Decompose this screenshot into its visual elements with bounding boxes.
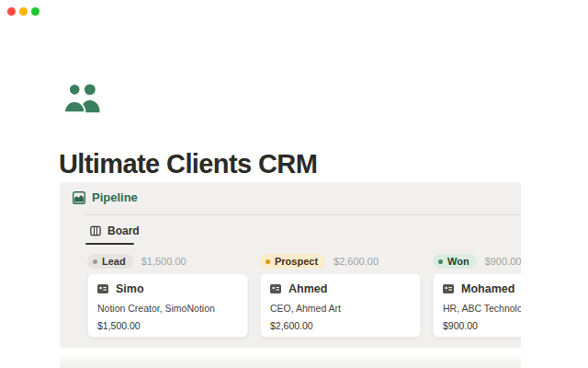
- status-label: Prospect: [275, 256, 318, 267]
- status-label: Lead: [102, 256, 126, 267]
- pipeline-section: Pipeline Board Lead $1,500.00: [60, 182, 521, 348]
- client-name: Simo: [116, 282, 144, 295]
- column-total: $2,600.00: [334, 256, 379, 267]
- board-columns: Lead $1,500.00 Simo Notio: [87, 253, 521, 338]
- client-role: HR, ABC Technology: [443, 303, 521, 314]
- board-column-prospect: Prospect $2,600.00 Ahmed: [260, 253, 421, 338]
- tab-board[interactable]: Board: [90, 224, 140, 237]
- column-header: Lead $1,500.00: [87, 253, 248, 270]
- client-role: Notion Creator, SimoNotion: [97, 303, 238, 314]
- window-controls: [7, 7, 40, 16]
- column-total: $900.00: [485, 256, 521, 267]
- column-header: Prospect $2,600.00: [260, 253, 421, 270]
- client-name: Ahmed: [288, 282, 327, 295]
- status-dot-icon: [266, 259, 270, 264]
- contact-card-icon: [97, 284, 108, 293]
- status-dot-icon: [438, 259, 443, 264]
- status-dot-icon: [93, 259, 97, 264]
- contact-card-icon: [443, 284, 454, 293]
- status-badge[interactable]: Won: [433, 254, 477, 269]
- board-column-lead: Lead $1,500.00 Simo Notio: [87, 253, 248, 338]
- status-label: Won: [447, 256, 469, 267]
- client-card[interactable]: Mohamed HR, ABC Technology $900.00: [433, 273, 521, 338]
- board-icon: [90, 225, 101, 236]
- client-card[interactable]: Simo Notion Creator, SimoNotion $1,500.0…: [87, 273, 248, 338]
- tab-board-label: Board: [107, 224, 140, 237]
- close-window-icon[interactable]: [7, 7, 16, 16]
- pipeline-header: Pipeline: [73, 190, 138, 204]
- client-card[interactable]: Ahmed CEO, Ahmed Art $2,600.00: [260, 273, 421, 338]
- client-amount: $1,500.00: [97, 320, 238, 331]
- active-tab-indicator: [85, 243, 134, 245]
- header-divider: [85, 214, 521, 215]
- status-badge[interactable]: Lead: [87, 254, 133, 269]
- area-chart-icon: [73, 191, 85, 204]
- client-role: CEO, Ahmed Art: [270, 303, 411, 314]
- client-name: Mohamed: [461, 282, 514, 295]
- minimize-window-icon[interactable]: [19, 7, 28, 16]
- next-section-edge: [60, 356, 521, 368]
- board-column-won: Won $900.00 Mohamed HR, A: [433, 253, 521, 338]
- client-amount: $2,600.00: [270, 320, 411, 331]
- client-amount: $900.00: [443, 320, 521, 331]
- status-badge[interactable]: Prospect: [260, 254, 325, 269]
- column-total: $1,500.00: [141, 256, 187, 267]
- page-title: Ultimate Clients CRM: [59, 149, 317, 179]
- pipeline-title[interactable]: Pipeline: [92, 190, 138, 204]
- column-header: Won $900.00: [433, 253, 521, 270]
- contact-card-icon: [270, 284, 281, 293]
- two-people-icon[interactable]: [62, 80, 104, 119]
- zoom-window-icon[interactable]: [31, 7, 40, 16]
